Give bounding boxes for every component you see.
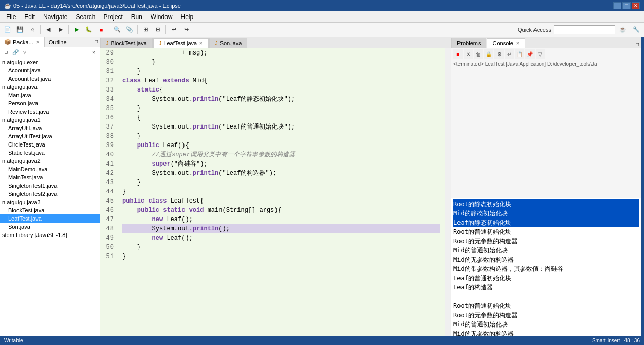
pin-button[interactable]: 📌 [525,49,535,59]
code-line-40[interactable]: //通过super调用父类中有一个字符串参数的构造器 [122,150,440,159]
sidebar-item-10[interactable]: CircleTest.java [0,140,100,149]
new-button[interactable]: 📄 [2,24,13,35]
console-line[interactable]: Root的静态初始化块 [453,199,639,209]
remove-launch-button[interactable]: ✕ [464,49,473,59]
views-button[interactable]: ⊟ [152,24,163,35]
sidebar-item-11[interactable]: StaticTest.java [0,149,100,157]
code-line-32[interactable]: class Leaf extends Mid{ [122,76,440,85]
code-line-46[interactable]: public static void main(String[] args){ [122,206,440,215]
sidebar-maximize-button[interactable]: □ [95,39,98,45]
forward-button[interactable]: ▶ [55,24,66,35]
console-options-button[interactable]: ⚙ [494,49,504,59]
sidebar-item-5[interactable]: Person.java [0,99,100,107]
code-line-42[interactable]: System.out.println("Leaf的构造器"); [122,169,440,178]
view-menu-button[interactable]: ▽ [21,48,29,57]
sidebar-item-17[interactable]: n.atguigu.java3 [0,198,100,206]
sidebar-item-6[interactable]: ReviewTest.java [0,107,100,116]
search-toolbar-button[interactable]: 🔍 [112,24,123,35]
menu-search[interactable]: Search [71,12,99,22]
code-line-35[interactable]: } [122,104,440,113]
console-line[interactable]: Root的无参数的构造器 [453,237,639,246]
sidebar-item-9[interactable]: ArrayUtilTest.java [0,132,100,140]
code-line-31[interactable]: } [122,67,440,76]
console-line[interactable]: Mid的普通初始化块 [453,246,639,255]
editor-tab-blocktest[interactable]: J BlockTest.java [100,38,153,48]
menu-help[interactable]: Help [177,12,198,22]
code-line-37[interactable]: System.out.println("Leaf的普通初始化块"); [122,122,440,132]
panel-tab-console[interactable]: Console ✕ [487,38,525,48]
code-line-43[interactable]: } [122,178,440,187]
run-button[interactable]: ▶ [71,24,82,35]
sidebar-close-button[interactable]: ✕ [89,48,98,57]
save-button[interactable]: 💾 [14,24,26,35]
print-button[interactable]: 🖨 [27,24,38,35]
sidebar-item-0[interactable]: n.atguigu.exer [0,58,100,66]
clear-console-button[interactable]: 🗑 [474,49,483,59]
code-line-41[interactable]: super("尚硅谷"); [122,159,440,169]
panel-minimize-button[interactable]: — [632,42,635,48]
sidebar-item-2[interactable]: AccountTest.java [0,75,100,83]
menu-run[interactable]: Run [127,12,146,22]
view-menu-panel-button[interactable]: ▽ [536,49,545,59]
console-line[interactable]: Mid的无参数的构造器 [453,329,639,336]
sidebar-item-15[interactable]: SingletonTest1.java [0,181,100,190]
menu-edit[interactable]: Edit [20,12,39,22]
sidebar-item-14[interactable]: MainTest.java [0,173,100,181]
collapse-all-button[interactable]: ⊟ [2,48,10,57]
console-line[interactable]: Leaf的静态初始化块 [453,218,639,227]
sidebar-tab-package-close[interactable]: ✕ [36,40,40,45]
code-line-51[interactable]: } [122,252,440,261]
sidebar-item-3[interactable]: n.atguigu.java [0,83,100,91]
sidebar-item-1[interactable]: Account.java [0,66,100,75]
perspective-switch-button[interactable]: ☕ [617,24,629,35]
next-edit-button[interactable]: ↪ [180,24,192,35]
console-line[interactable]: Root的普通初始化块 [453,227,639,237]
java-debug-perspective-button[interactable]: 🔧 [631,24,642,35]
prev-edit-button[interactable]: ↩ [168,24,179,35]
word-wrap-button[interactable]: ↵ [505,49,514,59]
sidebar-item-4[interactable]: Man.java [0,91,100,99]
sidebar-item-7[interactable]: n.atguigu.java1 [0,116,100,124]
code-line-45[interactable]: public class LeafTest{ [122,196,440,206]
close-button[interactable]: ✕ [632,2,640,9]
sidebar-item-19[interactable]: LeafTest.java [0,214,100,223]
sidebar-minimize-button[interactable]: — [90,39,94,45]
editor-tab-leaftest[interactable]: J LeafTest.java ✕ [153,38,209,48]
sidebar-tab-package[interactable]: 📦 Packa... ✕ [0,37,45,47]
console-line[interactable]: Leaf的普通初始化块 [453,274,639,283]
sidebar-item-21[interactable]: stem Library [JavaSE-1.8] [0,231,100,239]
code-line-47[interactable]: new Leaf(); [122,215,440,224]
console-new-button[interactable]: 📋 [515,49,524,59]
console-line[interactable]: Mid的无参数的构造器 [453,255,639,264]
code-line-48[interactable]: System.out.println(); [122,224,440,233]
link-with-editor-button[interactable]: 🔗 [11,48,20,57]
menu-project[interactable]: Project [99,12,126,22]
code-area[interactable]: + msg); } }class Leaf extends Mid{ stati… [118,48,445,336]
scroll-lock-button[interactable]: 🔒 [484,49,493,59]
code-line-44[interactable]: } [122,187,440,196]
console-content[interactable]: Root的静态初始化块Mid的静态初始化块Leaf的静态初始化块Root的普通初… [451,198,641,336]
code-line-33[interactable]: static{ [122,85,440,95]
console-line[interactable]: Mid的普通初始化块 [453,320,639,329]
terminate-button[interactable]: ■ [453,49,463,59]
back-button[interactable]: ◀ [43,24,54,35]
code-line-36[interactable]: { [122,113,440,122]
perspective-button[interactable]: ⊞ [140,24,151,35]
debug-button[interactable]: 🐛 [83,24,95,35]
code-line-29[interactable]: + msg); [122,48,440,58]
code-line-49[interactable]: new Leaf(); [122,233,440,243]
menu-navigate[interactable]: Navigate [39,12,71,22]
sidebar-item-12[interactable]: n.atguigu.java2 [0,157,100,165]
sidebar-tab-outline[interactable]: Outline [45,37,71,47]
editor-tab-son[interactable]: J Son.java [209,38,247,48]
console-line[interactable]: Root的普通初始化块 [453,301,639,311]
code-line-30[interactable]: } [122,58,440,67]
console-line[interactable] [453,292,639,301]
stop-button[interactable]: ■ [96,24,107,35]
panel-maximize-button[interactable]: □ [636,42,639,48]
code-line-39[interactable]: public Leaf(){ [122,141,440,150]
sidebar-item-18[interactable]: BlockTest.java [0,206,100,214]
editor-content[interactable]: 2930313233343536373839404142434445464748… [100,48,445,336]
sidebar-item-16[interactable]: SingletonTest2.java [0,190,100,198]
sidebar-item-20[interactable]: Son.java [0,223,100,231]
